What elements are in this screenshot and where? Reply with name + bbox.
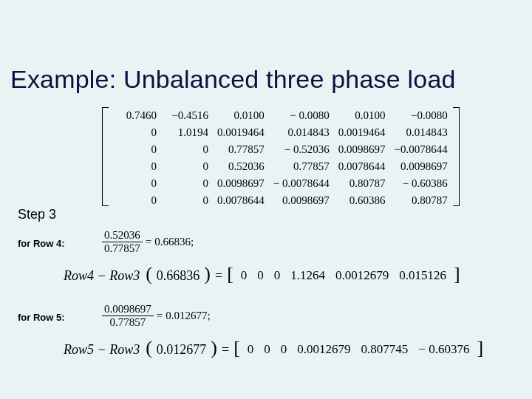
denominator: 0.77857 [102, 242, 143, 255]
ratio-row5: 0.0098697 0.77857 = 0.012677; [102, 303, 211, 329]
paren-close-icon: ) [211, 338, 217, 358]
factor: 0.012677 [157, 342, 207, 358]
bracket-left-icon [102, 107, 109, 206]
equals-sign: = [222, 342, 229, 358]
matrix-cell: 0.0098697 [334, 141, 390, 158]
lhs-prefix: Row5 − Row3 [64, 342, 140, 358]
matrix-cell: 0 [109, 158, 161, 175]
paren-close-icon: ) [204, 265, 211, 284]
vec-cell: 0.0012679 [332, 268, 392, 283]
paren-open-icon: ( [146, 338, 152, 358]
slide: Example: Unbalanced three phase load 0.7… [0, 0, 532, 399]
matrix-cell: 0.80787 [334, 175, 390, 192]
vec-cell: 0.0012679 [294, 342, 353, 357]
matrix-cell: −0.4516 [161, 107, 213, 124]
matrix-row: 0 0 0.0078644 0.0098697 0.60386 0.80787 [109, 192, 452, 209]
coefficient-matrix: 0.7460 −0.4516 0.0100 − 0.0080 0.0100 −0… [109, 107, 452, 209]
vec-cell: 0 [254, 268, 267, 283]
matrix-cell: 0.0019464 [213, 124, 269, 141]
matrix-row: 0 0 0.77857 − 0.52036 0.0098697 −0.00786… [109, 141, 452, 158]
bracket-right-icon [453, 107, 460, 206]
fraction: 0.0098697 0.77857 [102, 303, 154, 329]
matrix-cell: 0.0078644 [334, 158, 390, 175]
matrix-cell: 0 [109, 124, 161, 141]
matrix-row: 0 0 0.0098697 − 0.0078644 0.80787 − 0.60… [109, 175, 452, 192]
vec-cell: 0 [278, 342, 290, 357]
lhs-prefix: Row4 − Row3 [64, 268, 140, 284]
ratio-result: 0.66836; [154, 236, 194, 248]
matrix-cell: 0 [161, 192, 213, 209]
result-vector: [ 0 0 0 0.0012679 0.807745 − 0.60376 ] [233, 340, 483, 359]
matrix-cell: 0.0100 [213, 107, 269, 124]
matrix-cell: 0.7460 [109, 107, 161, 124]
matrix-cell: 1.0194 [161, 124, 213, 141]
matrix-cell: 0 [161, 158, 213, 175]
numerator: 0.52036 [102, 229, 143, 242]
matrix-cell: 0 [161, 141, 213, 158]
step-label: Step 3 [18, 207, 56, 222]
matrix-cell: − 0.0080 [269, 107, 334, 124]
vec-cell: 0.807745 [358, 342, 412, 357]
vec-cell: 0 [238, 268, 250, 283]
matrix-cell: 0.77857 [269, 158, 334, 175]
matrix-cell: − 0.0078644 [269, 175, 334, 192]
paren-open-icon: ( [146, 265, 152, 284]
bracket-close-icon: ] [454, 265, 460, 284]
vec-cell: 0 [261, 342, 273, 357]
matrix-table: 0.7460 −0.4516 0.0100 − 0.0080 0.0100 −0… [109, 107, 452, 209]
vec-cell: 0 [245, 342, 257, 357]
matrix-cell: −0.0078644 [389, 141, 451, 158]
matrix-cell: 0.0098697 [213, 175, 269, 192]
matrix-cell: 0.0100 [334, 107, 390, 124]
matrix-cell: 0.0078644 [213, 192, 269, 209]
matrix-row: 0.7460 −0.4516 0.0100 − 0.0080 0.0100 −0… [109, 107, 452, 124]
numerator: 0.0098697 [102, 303, 154, 316]
result-vector: [ 0 0 0 1.1264 0.0012679 0.015126 ] [227, 266, 460, 285]
matrix-cell: − 0.52036 [269, 141, 334, 158]
equals-sign: = [157, 310, 163, 322]
result-row5: Row5 − Row3 ( 0.012677 ) = [ 0 0 0 0.001… [64, 340, 483, 359]
bracket-close-icon: ] [477, 338, 483, 358]
matrix-cell: 0.014843 [269, 124, 334, 141]
matrix-cell: − 0.60386 [389, 175, 451, 192]
matrix-cell: −0.0080 [389, 107, 451, 124]
matrix-cell: 0.52036 [213, 158, 269, 175]
matrix-cell: 0.77857 [213, 141, 269, 158]
bracket-open-icon: [ [227, 265, 233, 284]
result-row4: Row4 − Row3 ( 0.66836 ) = [ 0 0 0 1.1264… [64, 266, 460, 285]
equals-sign: = [215, 268, 222, 284]
matrix-cell: 0.0098697 [269, 192, 334, 209]
matrix-row: 0 1.0194 0.0019464 0.014843 0.0019464 0.… [109, 124, 452, 141]
matrix-cell: 0 [109, 192, 161, 209]
matrix-cell: 0.60386 [334, 192, 390, 209]
denominator: 0.77857 [102, 316, 154, 329]
matrix-cell: 0 [161, 175, 213, 192]
for-row5-label: for Row 5: [18, 312, 65, 323]
for-row4-label: for Row 4: [18, 238, 65, 249]
fraction: 0.52036 0.77857 [102, 229, 143, 255]
ratio-row4: 0.52036 0.77857 = 0.66836; [102, 229, 194, 255]
matrix-cell: 0.80787 [389, 192, 451, 209]
vec-cell: 0 [271, 268, 284, 283]
bracket-open-icon: [ [233, 338, 240, 358]
matrix-cell: 0.014843 [389, 124, 451, 141]
vec-cell: − 0.60376 [415, 342, 472, 357]
matrix-cell: 0.0019464 [334, 124, 390, 141]
factor: 0.66836 [157, 268, 200, 284]
matrix-cell: 0.0098697 [389, 158, 451, 175]
matrix-row: 0 0 0.52036 0.77857 0.0078644 0.0098697 [109, 158, 452, 175]
matrix-cell: 0 [109, 175, 161, 192]
vec-cell: 1.1264 [287, 268, 328, 283]
ratio-result: 0.012677; [166, 310, 210, 322]
matrix-cell: 0 [109, 141, 161, 158]
equals-sign: = [146, 236, 151, 248]
vec-cell: 0.015126 [396, 268, 449, 283]
slide-title: Example: Unbalanced three phase load [10, 65, 522, 94]
